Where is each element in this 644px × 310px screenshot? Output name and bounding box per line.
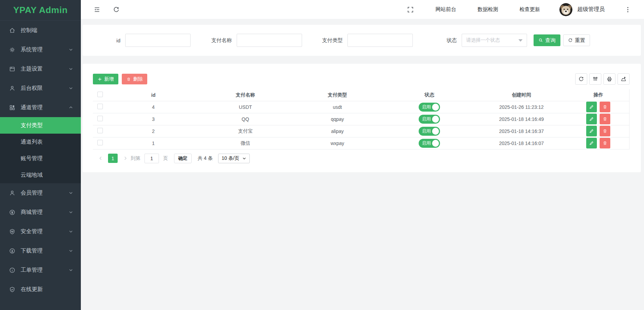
filter-group-status: 状态 请选择一个状态	[445, 34, 527, 47]
sidebar: YPAY Admin 控制端系统管理主题设置后台权限通道管理支付类型通道列表账号…	[0, 0, 81, 310]
sidebar-item-label: 安全管理	[21, 228, 68, 235]
edit-row-button[interactable]	[586, 126, 597, 136]
sidebar-item-6[interactable]: 商城管理	[0, 203, 81, 222]
status-toggle[interactable]: 启用	[419, 103, 440, 112]
sidebar-item-8[interactable]: 下载管理	[0, 241, 81, 260]
sidebar-subitem-4-0[interactable]: 支付类型	[0, 117, 81, 134]
sidebar-subitem-4-1[interactable]: 通道列表	[0, 134, 81, 150]
sidebar-item-10[interactable]: 在线更新	[0, 280, 81, 299]
sidebar-item-5[interactable]: 会员管理	[0, 183, 81, 203]
user-icon	[9, 85, 15, 92]
status-select[interactable]: 请选择一个状态	[462, 34, 527, 47]
column-settings-button[interactable]	[589, 73, 601, 85]
goto-page-input[interactable]	[144, 154, 159, 163]
sidebar-collapse-icon[interactable]	[93, 6, 101, 13]
sidebar-subitem-4-3[interactable]: 云端地域	[0, 167, 81, 183]
column-header-0: id	[107, 89, 200, 101]
sidebar-item-0[interactable]: 控制端	[0, 21, 81, 40]
pagination: 1 到第 页 确定 共 4 条 10 条/页	[93, 154, 630, 163]
avatar[interactable]	[559, 3, 572, 16]
sidebar-item-3[interactable]: 后台权限	[0, 79, 81, 98]
sidebar-item-4[interactable]: 通道管理	[0, 98, 81, 117]
chevron-down-icon	[68, 190, 73, 195]
table-header-row: id支付名称支付类型状态创建时间操作	[93, 89, 630, 101]
cell-id: 3	[107, 113, 200, 125]
goto-suffix-label: 页	[163, 155, 168, 162]
reset-button-label: 重置	[575, 37, 585, 44]
topbar-link-check-update[interactable]: 检查更新	[519, 6, 540, 13]
search-button[interactable]: 查询	[534, 34, 560, 46]
sidebar-item-7[interactable]: 安全管理	[0, 222, 81, 241]
delete-button[interactable]: 删除	[122, 74, 147, 84]
sidebar-item-label: 控制端	[21, 27, 73, 34]
select-all-checkbox[interactable]	[97, 92, 103, 97]
sidebar-item-label: 商城管理	[21, 209, 68, 216]
sidebar-item-label: 工单管理	[21, 267, 68, 274]
row-checkbox[interactable]	[97, 104, 103, 109]
gear-icon	[9, 46, 15, 53]
column-header-4: 创建时间	[475, 89, 568, 101]
delete-row-button[interactable]	[600, 102, 610, 112]
status-toggle[interactable]: 启用	[419, 139, 440, 148]
column-header-5: 操作	[568, 89, 630, 101]
sidebar-item-1[interactable]: 系统管理	[0, 40, 81, 59]
refresh-icon	[578, 76, 584, 82]
sidebar-item-2[interactable]: 主题设置	[0, 59, 81, 79]
app-logo: YPAY Admin	[0, 0, 81, 21]
row-checkbox[interactable]	[97, 116, 103, 121]
refresh-page-icon[interactable]	[112, 6, 120, 13]
cell-pay-name: 支付宝	[200, 125, 292, 137]
chevron-down-icon	[68, 47, 73, 52]
home-icon	[9, 27, 15, 34]
cell-pay-name: USDT	[200, 101, 292, 113]
row-checkbox[interactable]	[97, 140, 103, 145]
topbar-link-frontend[interactable]: 网站前台	[436, 6, 456, 13]
reset-button[interactable]: 重置	[563, 34, 590, 46]
sidebar-item-label: 通道管理	[21, 104, 68, 111]
id-filter-input[interactable]	[125, 34, 191, 47]
goto-confirm-button[interactable]: 确定	[174, 154, 192, 163]
pay-name-filter-input[interactable]	[237, 34, 302, 47]
row-checkbox[interactable]	[97, 128, 103, 133]
chevron-down-icon	[518, 39, 523, 42]
sidebar-item-9[interactable]: 工单管理	[0, 260, 81, 280]
print-button[interactable]	[603, 73, 615, 85]
page-size-value: 10 条/页	[222, 155, 239, 162]
yen-circle-icon	[9, 209, 15, 216]
filter-label-id: id	[110, 38, 120, 43]
table-refresh-button[interactable]	[575, 73, 587, 85]
sidebar-item-label: 在线更新	[21, 286, 73, 293]
delete-row-button[interactable]	[600, 126, 610, 136]
add-button[interactable]: 新增	[93, 74, 118, 84]
payments-table: id支付名称支付类型状态创建时间操作 4USDTusdt启用2025-01-26…	[93, 89, 630, 149]
table-row: 3QQqqpay启用2025-01-18 14:16:49	[93, 113, 630, 125]
topbar-link-data-check[interactable]: 数据检测	[477, 6, 498, 13]
sidebar-item-label: 主题设置	[21, 65, 68, 73]
sidebar-submenu: 支付类型通道列表账号管理云端地域	[0, 117, 81, 183]
page-number-button[interactable]: 1	[108, 154, 118, 163]
delete-row-button[interactable]	[600, 138, 610, 148]
prev-page-icon[interactable]	[97, 154, 104, 163]
current-user-label[interactable]: 超级管理员	[577, 6, 605, 13]
cell-pay-type: alipay	[291, 125, 384, 137]
edit-row-button[interactable]	[586, 114, 597, 124]
pay-type-filter-input[interactable]	[347, 34, 413, 47]
edit-row-button[interactable]	[586, 102, 597, 112]
export-button[interactable]	[618, 73, 630, 85]
next-page-icon[interactable]	[122, 154, 129, 163]
sidebar-subitem-4-2[interactable]: 账号管理	[0, 150, 81, 167]
cell-pay-type: wxpay	[291, 137, 384, 149]
delete-row-button[interactable]	[600, 114, 610, 124]
status-toggle[interactable]: 启用	[419, 115, 440, 124]
page-size-select[interactable]: 10 条/页	[218, 154, 249, 163]
edit-row-button[interactable]	[586, 138, 597, 148]
more-menu-icon[interactable]	[624, 6, 632, 13]
table-row: 4USDTusdt启用2025-01-26 11:23:12	[93, 101, 630, 113]
topbar-left	[93, 6, 120, 13]
filter-label-status: 状态	[445, 37, 457, 44]
filter-group-id: id	[110, 34, 191, 47]
status-toggle[interactable]: 启用	[419, 127, 440, 136]
toggle-knob	[432, 140, 439, 147]
search-icon	[538, 38, 543, 43]
fullscreen-icon[interactable]	[407, 6, 414, 13]
